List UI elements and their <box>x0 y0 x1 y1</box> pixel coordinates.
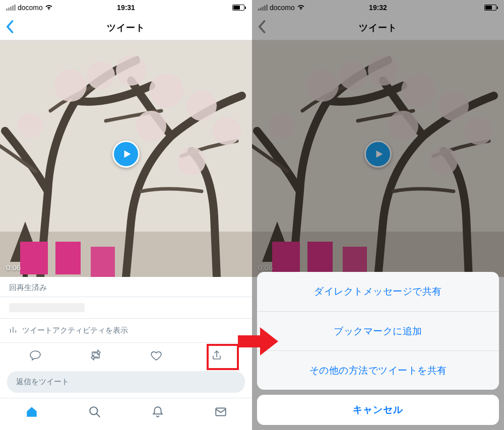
nav-header: ツイート <box>0 15 252 40</box>
sheet-add-bookmark[interactable]: ブックマークに追加 <box>257 311 499 350</box>
svg-point-4 <box>116 55 146 86</box>
retweet-button[interactable] <box>89 349 102 362</box>
svg-rect-15 <box>91 247 115 277</box>
svg-point-8 <box>17 113 43 139</box>
tab-home[interactable] <box>25 405 39 419</box>
svg-rect-14 <box>55 242 81 274</box>
svg-point-7 <box>213 117 241 145</box>
redacted-text <box>9 303 85 312</box>
sheet-cancel[interactable]: キャンセル <box>257 395 499 425</box>
tab-search[interactable] <box>88 405 102 419</box>
views-label: 回再生済み <box>0 277 252 297</box>
tweet-activity-link[interactable]: ツイートアクティビティを表示 <box>0 318 252 343</box>
svg-point-2 <box>54 69 87 102</box>
tweet-video[interactable]: 0:06 <box>0 40 252 277</box>
play-button[interactable] <box>112 140 140 168</box>
battery-icon <box>232 5 246 11</box>
share-highlight-box <box>207 344 239 370</box>
tweet-actions <box>0 343 252 368</box>
tab-bar <box>0 398 252 425</box>
activity-label: ツイートアクティビティを表示 <box>22 326 128 335</box>
sheet-share-dm[interactable]: ダイレクトメッセージで共有 <box>257 272 499 311</box>
video-duration: 0:06 <box>6 263 21 272</box>
action-sheet: ダイレクトメッセージで共有 ブックマークに追加 その他の方法でツイートを共有 キ… <box>252 272 504 430</box>
svg-rect-13 <box>20 242 48 274</box>
reply-placeholder: 返信をツイート <box>16 377 69 386</box>
annotation-arrow-icon <box>238 327 278 357</box>
svg-point-6 <box>186 91 217 121</box>
svg-point-10 <box>177 147 206 175</box>
svg-point-5 <box>149 74 183 108</box>
tab-messages[interactable] <box>214 405 228 419</box>
sheet-share-other[interactable]: その他の方法でツイートを共有 <box>257 350 499 390</box>
reply-button[interactable] <box>29 349 42 362</box>
reply-input[interactable]: 返信をツイート <box>7 371 245 393</box>
signal-icon <box>6 5 16 11</box>
carrier-label: docomo <box>18 4 43 12</box>
svg-point-9 <box>136 111 166 141</box>
phone-right: docomo 19:32 ツイート <box>252 0 504 430</box>
svg-point-3 <box>87 61 115 90</box>
back-button[interactable] <box>5 20 14 36</box>
clock: 19:31 <box>117 4 135 12</box>
tab-notifications[interactable] <box>151 405 165 419</box>
status-bar: docomo 19:31 <box>0 0 252 15</box>
wifi-icon <box>45 4 53 12</box>
analytics-icon <box>9 326 17 335</box>
page-title: ツイート <box>107 22 145 34</box>
divider <box>0 297 252 297</box>
like-button[interactable] <box>150 349 163 362</box>
phone-left: docomo 19:31 ツイート <box>0 0 252 430</box>
